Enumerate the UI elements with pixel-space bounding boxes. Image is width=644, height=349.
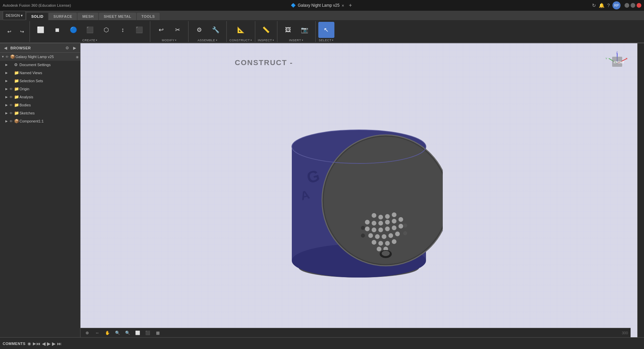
svg-point-36 [361, 234, 365, 238]
tree-item-origin[interactable]: ▶ 👁 📁 Origin [0, 85, 80, 93]
assemble-joint-button[interactable]: 🔧 [208, 22, 224, 38]
svg-point-23 [398, 224, 403, 229]
insert-section: 🖼 📷 INSERT ▾ [279, 21, 316, 42]
comments-section: COMMENTS ◉ ▶ [3, 341, 36, 346]
select-label[interactable]: SELECT ▾ [319, 39, 334, 42]
tree-item-doc-settings[interactable]: ▶ ⚙ Document Settings [0, 61, 80, 69]
refresh-button[interactable]: ↻ [592, 3, 596, 8]
status-orbit-button[interactable]: ✋ [103, 329, 111, 337]
new-tab-button[interactable]: + [347, 2, 353, 8]
create-sphere-button[interactable]: ⬛ [82, 22, 98, 38]
inspect-label[interactable]: INSPECT ▾ [258, 39, 274, 42]
app-title: Autodesk Fusion 360 (Education License) [3, 3, 71, 7]
create-mirror-button[interactable]: ⬛ [131, 22, 147, 38]
modify-label[interactable]: MODIFY ▾ [162, 39, 177, 42]
playback-prev-button[interactable]: ◀ [42, 341, 46, 346]
status-view2-button[interactable]: ⬛ [144, 329, 152, 337]
sidebar-back-button[interactable]: ◀ [3, 45, 8, 51]
notify-button[interactable]: 🔔 [599, 3, 604, 8]
design-dropdown[interactable]: DESIGN ▾ [3, 11, 26, 20]
construct-section: 📐 CONSTRUCT ▾ [229, 21, 255, 42]
status-snap-button[interactable]: ⊕ [83, 329, 91, 337]
sidebar-header: ◀ BROWSER ⚙ ▶ [0, 43, 80, 53]
tab-tools[interactable]: TOOLS [137, 13, 160, 20]
status-icons: ⊕ ↔ ✋ 🔍 🔍 ⬜ ⬛ ▦ [83, 329, 162, 337]
create-label[interactable]: CREATE ▾ [82, 39, 97, 42]
svg-point-12 [365, 220, 370, 225]
svg-point-32 [392, 239, 396, 244]
right-scrollbar[interactable] [637, 43, 644, 337]
construct-label[interactable]: CONSTRUCT ▾ [229, 39, 252, 42]
assemble-label[interactable]: ASSEMBLE ▾ [198, 39, 217, 42]
tree-item-root[interactable]: ▼ 👁 📦 Galaxy Night Lamp v25 ◉ [0, 53, 80, 61]
undo-button[interactable]: ↩ [3, 26, 15, 38]
tree-item-component1[interactable]: ▶ 👁 📦 Component1:1 [0, 117, 80, 125]
insert-label[interactable]: INSERT ▾ [289, 39, 303, 42]
create-extrude-button[interactable]: ⬡ [98, 22, 114, 38]
viewport[interactable]: CONSTRUCT - [80, 43, 637, 337]
playback-end-button[interactable]: ⏭ [57, 341, 62, 346]
comments-expand-button[interactable]: ◉ [28, 341, 31, 346]
close-button[interactable] [637, 3, 641, 8]
create-new-component-button[interactable]: ⬜ [33, 22, 49, 38]
svg-point-21 [385, 227, 390, 231]
svg-point-33 [377, 247, 381, 251]
gizmo-svg: FRONT X Y Z [604, 50, 631, 77]
svg-point-15 [385, 220, 390, 225]
tree-item-sketches[interactable]: ▶ 👁 📁 Sketches [0, 109, 80, 117]
tree-item-selection-sets[interactable]: ▶ 📁 Selection Sets [0, 77, 80, 85]
status-move-button[interactable]: ↔ [93, 329, 101, 337]
help-button[interactable]: ? [607, 3, 610, 8]
redo-button[interactable]: ↪ [16, 26, 28, 38]
create-cylinder-button[interactable]: 🔵 [65, 22, 82, 38]
comments-arrow-button[interactable]: ▶ [33, 341, 36, 346]
svg-point-8 [372, 213, 376, 218]
select-button[interactable]: ↖ [318, 22, 334, 38]
inspect-measure-button[interactable]: 📏 [258, 22, 274, 38]
svg-point-11 [392, 212, 396, 217]
svg-point-13 [372, 221, 376, 226]
user-avatar[interactable]: RP [612, 1, 621, 9]
tree-item-named-views[interactable]: ▶ 📁 Named Views [0, 69, 80, 77]
status-grid-button[interactable]: ▦ [154, 329, 162, 337]
minimize-button[interactable] [625, 3, 629, 8]
tree-item-bodies[interactable]: ▶ 👁 📁 Bodies [0, 101, 80, 109]
insert-canvas-button[interactable]: 📷 [297, 22, 313, 38]
svg-point-17 [398, 217, 403, 222]
create-box-button[interactable]: ◼ [49, 22, 65, 38]
modify-fillet-button[interactable]: ✂ [169, 22, 185, 38]
status-zoom-out-button[interactable]: 🔍 [123, 329, 131, 337]
svg-point-29 [372, 240, 376, 245]
status-zoom-in-button[interactable]: 🔍 [113, 329, 121, 337]
orientation-gizmo[interactable]: FRONT X Y Z [604, 50, 631, 77]
svg-point-30 [378, 241, 383, 246]
maximize-button[interactable] [631, 3, 635, 8]
tab-sheet-metal[interactable]: SHEET METAL [99, 13, 136, 20]
svg-point-19 [372, 228, 376, 232]
tab-mesh[interactable]: MESH [77, 13, 98, 20]
main-layout: ◀ BROWSER ⚙ ▶ ▼ 👁 📦 Galaxy Night Lamp v2… [0, 43, 644, 337]
svg-text:Z: Z [616, 51, 618, 54]
construct-plane-button[interactable]: 📐 [233, 22, 249, 38]
sidebar-settings-button[interactable]: ⚙ [64, 45, 70, 51]
status-view1-button[interactable]: ⬜ [133, 329, 142, 337]
close-doc-tab[interactable]: × [341, 3, 344, 8]
statusbar: ⊕ ↔ ✋ 🔍 🔍 ⬜ ⬛ ▦ 300 [80, 328, 631, 337]
assemble-new-component-button[interactable]: ⚙ [191, 22, 207, 38]
sidebar-expand-button[interactable]: ▶ [72, 45, 77, 51]
inspect-section: 📏 INSPECT ▾ [257, 21, 277, 42]
playback-next-button[interactable]: ▶ [52, 341, 56, 346]
insert-decal-button[interactable]: 🖼 [280, 22, 296, 38]
coord-display: 300 [622, 331, 628, 335]
doc-icon: 🔷 [291, 3, 296, 8]
tab-surface[interactable]: SURFACE [49, 13, 77, 20]
tree-item-analysis[interactable]: ▶ 👁 📁 Analysis [0, 93, 80, 101]
toolbar-area: DESIGN ▾ SOLID SURFACE MESH SHEET METAL … [0, 11, 644, 43]
playback-start-button[interactable]: ⏮ [36, 341, 41, 346]
svg-point-38 [403, 231, 407, 235]
create-more-button[interactable]: ↕ [115, 22, 131, 38]
modify-press-pull-button[interactable]: ↩ [153, 22, 169, 38]
playback-play-button[interactable]: ▶ [47, 341, 51, 346]
tab-solid[interactable]: SOLID [26, 13, 48, 20]
svg-point-7 [324, 137, 443, 264]
